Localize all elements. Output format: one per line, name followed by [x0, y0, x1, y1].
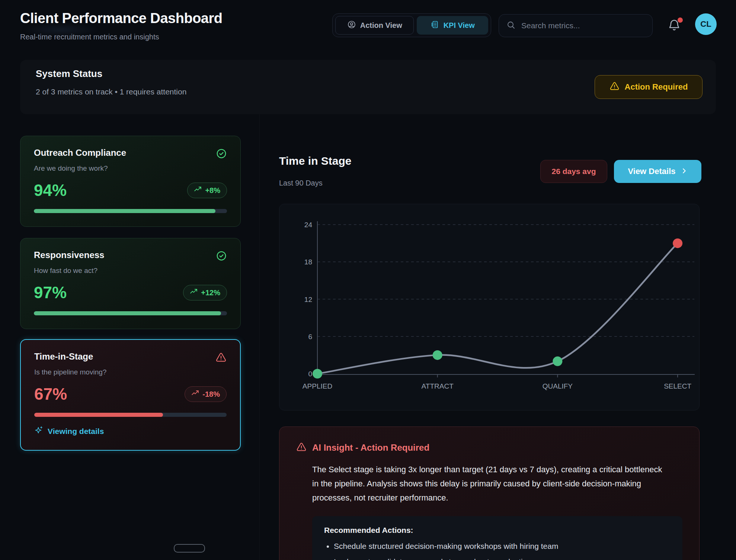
check-circle-icon: [216, 250, 227, 261]
warning-triangle-icon: [215, 352, 227, 363]
kpi-view-button[interactable]: KPI View: [417, 16, 488, 35]
delta-badge: +12%: [183, 285, 227, 300]
system-status-title: System Status: [36, 68, 102, 80]
page-subtitle: Real-time recruitment metrics and insigh…: [20, 33, 159, 41]
recommended-actions-box: Recommended Actions: Schedule structured…: [312, 516, 682, 560]
recommended-action-item: Implement candidate scorecards to accele…: [334, 556, 671, 560]
check-circle-icon: [216, 148, 227, 159]
ai-insight-title: AI Insight - Action Required: [312, 442, 429, 453]
avg-days-badge: 26 days avg: [540, 160, 607, 183]
drag-handle-pill[interactable]: [174, 544, 205, 553]
warning-triangle-icon: [609, 81, 620, 93]
action-view-button[interactable]: Action View: [335, 16, 414, 35]
action-required-label: Action Required: [625, 82, 688, 92]
delta-value: +12%: [201, 289, 220, 297]
stage-panel-title: Time in Stage: [279, 155, 352, 167]
progress-fill: [34, 209, 215, 213]
card-title: Time-in-Stage: [34, 351, 93, 362]
line-chart-canvas: 06121824APPLIEDATTRACTQUALIFYSELECT: [279, 204, 699, 410]
card-question: How fast do we act?: [34, 267, 227, 275]
svg-text:12: 12: [304, 296, 312, 303]
sparkles-icon: [34, 426, 43, 437]
avatar[interactable]: CL: [695, 13, 717, 35]
vertical-divider: [259, 114, 260, 560]
viewing-details-label: Viewing details: [48, 427, 104, 436]
card-value: 94%: [34, 181, 67, 199]
card-question: Are we doing the work?: [34, 164, 227, 173]
metric-card-time-in-stage[interactable]: Time-in-Stage Is the pipeline moving? 67…: [20, 339, 241, 451]
kpi-list-icon: [431, 20, 439, 31]
notification-dot: [678, 17, 683, 23]
kpi-view-label: KPI View: [444, 21, 475, 30]
card-value: 67%: [34, 385, 67, 403]
delta-badge: +8%: [187, 183, 227, 198]
chevron-right-icon: [681, 167, 688, 177]
notification-bell-button[interactable]: [668, 19, 682, 33]
card-title: Responsiveness: [34, 250, 104, 261]
delta-value: -18%: [202, 390, 220, 399]
time-in-stage-chart: 06121824APPLIEDATTRACTQUALIFYSELECT: [279, 204, 700, 411]
svg-text:18: 18: [304, 258, 312, 266]
action-required-badge[interactable]: Action Required: [595, 75, 703, 99]
user-circle-icon: [347, 20, 356, 31]
progress-bar: [34, 311, 227, 315]
progress-fill: [34, 311, 221, 315]
ai-insight-card: AI Insight - Action Required The Select …: [279, 427, 700, 560]
avg-days-label: 26 days avg: [551, 167, 596, 176]
viewing-details-link[interactable]: Viewing details: [34, 426, 227, 437]
trending-up-icon: [190, 288, 198, 297]
action-view-label: Action View: [360, 21, 402, 30]
avatar-initials: CL: [700, 19, 711, 29]
system-status-summary: 2 of 3 metrics on track • 1 requires att…: [36, 87, 186, 96]
svg-text:0: 0: [308, 370, 312, 378]
card-value: 97%: [34, 284, 67, 302]
card-title: Outreach Compliance: [34, 147, 126, 158]
recommended-actions-list: Schedule structured decision-making work…: [324, 541, 671, 560]
view-details-label: View Details: [628, 167, 676, 176]
svg-text:ATTRACT: ATTRACT: [422, 382, 454, 390]
progress-bar: [34, 413, 227, 417]
stage-panel-subtitle: Last 90 Days: [279, 179, 323, 187]
svg-text:6: 6: [308, 333, 312, 341]
metric-card-responsiveness[interactable]: Responsiveness How fast do we act? 97% +…: [20, 238, 241, 329]
recommended-action-item: Schedule structured decision-making work…: [334, 541, 671, 552]
warning-triangle-icon: [296, 442, 307, 454]
view-details-button[interactable]: View Details: [614, 160, 701, 183]
svg-text:QUALIFY: QUALIFY: [543, 382, 573, 390]
card-question: Is the pipeline moving?: [34, 368, 227, 376]
delta-value: +8%: [205, 186, 220, 195]
recommended-actions-title: Recommended Actions:: [324, 526, 671, 535]
search-input[interactable]: [521, 21, 645, 30]
svg-text:SELECT: SELECT: [664, 382, 691, 390]
ai-insight-body: The Select stage is taking 3x longer tha…: [312, 463, 666, 505]
delta-badge: -18%: [185, 386, 227, 402]
progress-fill: [34, 413, 163, 417]
system-status-bar: System Status 2 of 3 metrics on track • …: [20, 60, 716, 114]
progress-bar: [34, 209, 227, 213]
trending-up-icon: [191, 389, 199, 399]
search-box: [499, 14, 653, 37]
svg-text:24: 24: [304, 221, 313, 229]
trending-up-icon: [194, 186, 202, 195]
metric-card-outreach-compliance[interactable]: Outreach Compliance Are we doing the wor…: [20, 136, 241, 227]
view-toggle-group: Action View KPI View: [332, 13, 491, 37]
page-title: Client Performance Dashboard: [20, 10, 222, 26]
svg-text:APPLIED: APPLIED: [303, 382, 332, 390]
search-icon: [506, 20, 515, 31]
